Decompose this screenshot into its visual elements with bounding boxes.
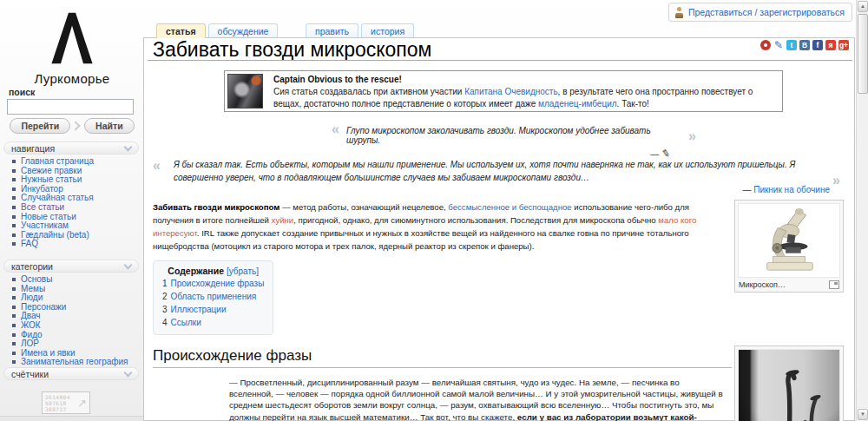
login-link[interactable]: Представиться / зарегистрироваться xyxy=(688,7,845,17)
lurkmore-logo-icon[interactable] xyxy=(49,9,95,68)
googleplus-share-icon[interactable]: g+ xyxy=(838,40,849,50)
bullet-icon xyxy=(12,169,16,173)
article-term: Забивать гвозди микроскопом xyxy=(153,202,279,212)
epigraph-quote-2: « Я бы сказал так. Есть объекты, которым… xyxy=(153,159,854,194)
bullet-icon xyxy=(12,224,16,227)
toc-link[interactable]: Происхождение фразы xyxy=(171,279,265,288)
sidebar-item-faq[interactable]: FAQ xyxy=(12,240,142,249)
go-button[interactable]: Перейти xyxy=(10,118,70,134)
toc-item-illustrations[interactable]: 3Иллюстрации xyxy=(162,304,264,315)
toc-link[interactable]: Иллюстрации xyxy=(171,305,227,314)
captain-obvious-link[interactable]: Капитана Очевидность xyxy=(464,87,557,96)
bullet-icon xyxy=(12,215,16,219)
bullet-icon xyxy=(12,178,16,181)
roadside-picnic-link[interactable]: Пикник на обочине xyxy=(753,185,830,194)
scroll-up-icon[interactable]: ▲ xyxy=(858,1,868,12)
vkontakte-share-icon[interactable]: В xyxy=(799,40,810,50)
page-title: Забивать гвозди микроскопом xyxy=(153,38,431,62)
yaru-share-icon[interactable]: я xyxy=(825,40,836,50)
enlarge-icon[interactable] xyxy=(829,280,839,289)
category-link[interactable]: Основы xyxy=(21,275,52,285)
action-tabs: править история xyxy=(306,23,417,38)
nails-thumbnail[interactable] xyxy=(734,345,844,421)
imbecile-link[interactable]: младенец-имбецил xyxy=(538,99,616,109)
lurkmore-share-icon[interactable] xyxy=(760,40,771,50)
chevron-down-icon xyxy=(124,261,133,270)
toc-hide-toggle[interactable]: [убрать] xyxy=(227,266,259,276)
category-item-geography[interactable]: Занимательная география xyxy=(12,358,142,367)
close-guillemet-icon: » xyxy=(832,175,840,186)
sidebar-link[interactable]: Главная страница xyxy=(21,157,94,167)
nav-list: Главная страница Свежие правки Нужные ст… xyxy=(12,157,142,249)
nav-section-header[interactable]: навигация xyxy=(3,141,139,155)
quote-text: Я бы сказал так. Есть объекты, которым м… xyxy=(174,159,832,184)
nav-section-title: навигация xyxy=(11,143,55,154)
tab-history[interactable]: история xyxy=(361,23,414,37)
category-link[interactable]: Занимательная география xyxy=(21,358,128,367)
notice-body-text: . Так-то! xyxy=(617,99,649,109)
tolstoy-blockquote: — Просветленный, дисциплинированный разу… xyxy=(229,377,731,421)
bent-nails-image[interactable] xyxy=(738,349,840,421)
bullet-icon xyxy=(12,296,16,299)
captain-obvious-image[interactable] xyxy=(227,74,263,109)
sidebar-item-all-articles[interactable]: Все статьи xyxy=(12,203,142,213)
login-box[interactable]: Представиться / зарегистрироваться xyxy=(668,3,852,22)
toc-link[interactable]: Область применения xyxy=(171,292,257,301)
bullet-icon xyxy=(12,342,16,345)
sidebar: Луркоморье поиск Перейти Найти навигация… xyxy=(0,0,144,421)
toc-number: 4 xyxy=(162,318,168,327)
notice-text: Captain Obvious to the rescue! Сия стать… xyxy=(273,71,782,110)
sidebar-link[interactable]: Все статьи xyxy=(21,203,64,213)
tab-article[interactable]: статья xyxy=(156,23,206,38)
huyni-redlink[interactable]: хуйни xyxy=(272,215,294,225)
toc-number: 1 xyxy=(162,279,168,288)
category-item-zhok[interactable]: ЖОК xyxy=(12,321,142,331)
visit-counter-widget[interactable]: 2614804 507618 388727 ↗ xyxy=(42,391,90,414)
categories-section-header[interactable]: категории xyxy=(3,260,139,273)
lurkmore-wiki-page: ▲ ▼ Представиться / зарегистрироваться Л… xyxy=(0,0,868,421)
find-button[interactable]: Найти xyxy=(84,118,134,134)
scrollbar-thumb[interactable] xyxy=(858,14,868,94)
toc-item-origin[interactable]: 1Происхождение фразы xyxy=(162,278,264,289)
senseless-merciless-link[interactable]: бессмысленное и беспощадное xyxy=(448,202,571,212)
category-item-basics[interactable]: Основы xyxy=(12,275,142,285)
quote-attribution: — Пикник на обочине xyxy=(153,185,830,194)
facebook-share-icon[interactable]: f xyxy=(812,40,823,50)
bullet-icon xyxy=(12,187,16,191)
captain-obvious-notice: Captain Obvious to the rescue! Сия стать… xyxy=(224,70,783,112)
notice-heading: Captain Obvious to the rescue! xyxy=(273,75,402,84)
toc-number: 3 xyxy=(162,305,168,314)
lead-text: , пригодной, однако, для сиюминутного ис… xyxy=(293,215,658,225)
namespace-tabs: статья обсуждение xyxy=(156,23,280,38)
counters-section-header[interactable]: счётчики xyxy=(3,367,139,380)
notice-body-text: Сия статья создавалась при активном учас… xyxy=(273,87,464,96)
counters-section-title: счётчики xyxy=(11,369,49,379)
microscope-thumbnail[interactable]: Микроскоп… xyxy=(734,200,844,293)
section-heading-origin: Происхождение фразы xyxy=(153,347,732,368)
search-input[interactable] xyxy=(7,99,134,115)
attribution-dash: — xyxy=(650,149,659,159)
arrow-up-right-icon: ↗ xyxy=(77,398,87,409)
chevron-right-icon xyxy=(70,121,80,130)
scroll-down-icon[interactable]: ▼ xyxy=(858,409,868,420)
toc-item-links[interactable]: 4Ссылки xyxy=(162,317,264,328)
chevron-down-icon xyxy=(124,369,133,378)
bullet-icon xyxy=(12,206,16,209)
attribution-dash: — xyxy=(742,185,753,194)
edit-share-icon[interactable]: ✎ xyxy=(773,40,784,50)
twitter-share-icon[interactable]: t xyxy=(786,40,797,50)
category-link[interactable]: ЖОК xyxy=(21,321,41,331)
tab-edit[interactable]: править xyxy=(306,23,358,37)
open-guillemet-icon: « xyxy=(332,124,339,135)
share-toolbar: ✎ t В f я g+ xyxy=(760,40,849,50)
logo-wordmark[interactable]: Луркоморье xyxy=(0,71,144,86)
sidebar-link[interactable]: FAQ xyxy=(21,240,38,249)
thumbnail-caption: Микроскоп… xyxy=(739,280,786,289)
toc-item-scope[interactable]: 2Область применения xyxy=(162,291,264,302)
tab-discussion[interactable]: обсуждение xyxy=(208,23,279,37)
vertical-scrollbar[interactable]: ▲ ▼ xyxy=(856,0,868,421)
counter-line: 388727 xyxy=(45,406,70,412)
sidebar-item-main-page[interactable]: Главная страница xyxy=(12,157,142,167)
microscope-image[interactable] xyxy=(738,203,840,278)
toc-link[interactable]: Ссылки xyxy=(171,318,201,327)
